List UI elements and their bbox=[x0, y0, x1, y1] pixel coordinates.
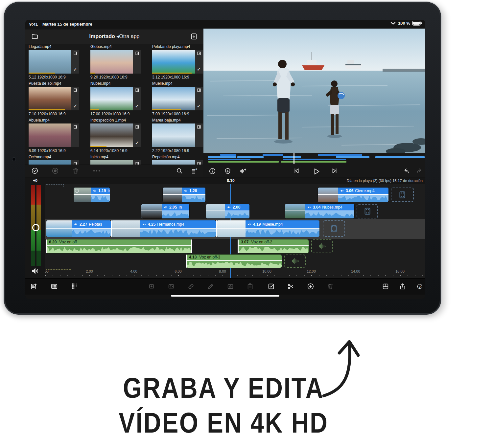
clip-thumbnail[interactable] bbox=[152, 123, 203, 147]
speaker-clip-icon[interactable] bbox=[93, 189, 97, 193]
clip-thumbnail[interactable] bbox=[152, 160, 203, 165]
wave-ph-icon[interactable] bbox=[291, 257, 300, 266]
trash-icon[interactable] bbox=[327, 283, 334, 290]
video-clip[interactable]: 1.19Inicio bbox=[74, 188, 110, 202]
clip-thumbnail[interactable]: ✓ bbox=[90, 123, 141, 147]
library-clip-card[interactable]: Nubes.mp4✓17.00 1920x1080 16:9 bbox=[90, 81, 149, 116]
film-badge-icon[interactable] bbox=[73, 88, 78, 92]
share-icon[interactable] bbox=[399, 283, 406, 290]
check-circle-icon[interactable] bbox=[31, 167, 38, 174]
library-title[interactable]: Importado ◂Otra app bbox=[25, 33, 203, 39]
video-clip[interactable]: 3.06Cierre.mp4 bbox=[318, 188, 388, 202]
audio-placeholder[interactable] bbox=[311, 239, 333, 253]
clip-thumbnail[interactable]: ✓ bbox=[152, 50, 203, 74]
audio-plus-icon[interactable] bbox=[240, 168, 247, 175]
search-icon[interactable] bbox=[176, 167, 183, 174]
library-clip-card[interactable]: Llegada.mp4✓5.12 1920x1080 16:9 bbox=[29, 44, 87, 79]
speaker-clip-icon[interactable] bbox=[340, 189, 344, 193]
insert-box-icon[interactable] bbox=[148, 283, 155, 290]
library-clip-card[interactable]: Muelle.mp4✓7.09 1920x1080 16:9 bbox=[152, 81, 203, 116]
add-media-icon[interactable] bbox=[30, 283, 37, 290]
film-badge-icon[interactable] bbox=[135, 125, 139, 129]
gain-knob[interactable] bbox=[32, 224, 39, 231]
settings-help-icon[interactable]: ? bbox=[416, 283, 423, 290]
film-badge-icon[interactable] bbox=[73, 51, 78, 56]
video-clip[interactable]: 4.19Muelle.mp4 bbox=[217, 220, 319, 237]
library-clip-card[interactable]: Puesta de sol.mp4✓7.10 1920x1080 16:9 bbox=[29, 81, 87, 116]
speaker-clip-icon[interactable] bbox=[227, 205, 231, 209]
video-preview[interactable] bbox=[203, 29, 425, 153]
film-ph-icon[interactable] bbox=[397, 190, 407, 200]
home-indicator[interactable] bbox=[171, 295, 279, 297]
wave-ph-icon[interactable] bbox=[317, 242, 327, 251]
library-clip-card[interactable]: Globos.mp49.20 1920x1080 16:9 bbox=[90, 44, 149, 79]
speaker-clip-icon[interactable] bbox=[247, 222, 251, 226]
import-icon[interactable] bbox=[190, 33, 198, 40]
record-icon[interactable] bbox=[52, 167, 59, 174]
timeline-minimap[interactable] bbox=[203, 153, 425, 165]
trash-icon[interactable] bbox=[72, 167, 79, 174]
clip-thumbnail[interactable]: ✓ bbox=[29, 87, 79, 110]
library-clip-card[interactable]: Abuela.mp46.09 1920x1080 16:9 bbox=[29, 118, 87, 153]
film-badge-icon[interactable] bbox=[73, 125, 78, 129]
video-clip[interactable]: 3.04Nubes.mp4 bbox=[285, 204, 354, 218]
clipboard-icon[interactable] bbox=[246, 283, 254, 290]
film-badge-icon[interactable] bbox=[197, 162, 201, 165]
checkbox-icon[interactable] bbox=[268, 283, 275, 290]
film-ph-icon[interactable] bbox=[329, 224, 339, 234]
library-clip-card[interactable]: Inicio.mp4 bbox=[90, 155, 149, 165]
skip-forward-icon[interactable] bbox=[331, 167, 338, 174]
clip-thumbnail[interactable] bbox=[29, 123, 79, 147]
timeline-tracks[interactable]: 0.002.004.006.008.0010.0012.0014.0016.00… bbox=[45, 184, 425, 279]
video-clip[interactable]: 2.27Pelotas bbox=[46, 220, 111, 237]
film-ph-icon[interactable] bbox=[363, 206, 372, 216]
plus-circle-icon[interactable] bbox=[307, 283, 314, 290]
library-clip-card[interactable]: Océano.mp4 bbox=[29, 155, 87, 165]
redo-icon[interactable] bbox=[416, 168, 423, 175]
undo-icon[interactable] bbox=[403, 168, 410, 175]
clip-thumbnail[interactable]: ✓ bbox=[29, 50, 79, 74]
audio-clip[interactable]: 6.20Voz en off bbox=[46, 239, 192, 253]
clip-thumbnail[interactable] bbox=[29, 160, 79, 165]
video-placeholder[interactable] bbox=[391, 188, 414, 202]
speaker-clip-icon[interactable] bbox=[184, 189, 188, 193]
time-ruler[interactable]: 0.002.004.006.008.0010.0012.0014.0016.00 bbox=[45, 269, 425, 279]
clip-thumbnail[interactable] bbox=[90, 160, 141, 165]
library-clip-card[interactable]: Marea baja.mp42.22 1920x1080 16:9 bbox=[152, 118, 203, 153]
scissors-icon[interactable] bbox=[287, 283, 294, 290]
effects-star-icon[interactable] bbox=[227, 283, 234, 290]
info-circle-icon[interactable] bbox=[209, 168, 216, 175]
transition-icon[interactable] bbox=[168, 283, 175, 290]
video-clip[interactable]: 2.00 bbox=[206, 204, 249, 218]
film-badge-icon[interactable] bbox=[73, 162, 78, 165]
clip-details-icon[interactable] bbox=[51, 283, 58, 290]
play-icon[interactable] bbox=[312, 167, 320, 176]
video-placeholder[interactable] bbox=[323, 220, 345, 237]
speaker-clip-icon[interactable] bbox=[164, 205, 168, 209]
film-badge-icon[interactable] bbox=[197, 51, 201, 56]
audio-placeholder[interactable] bbox=[284, 255, 306, 268]
audio-clip[interactable]: 3.07Voz en off-2 bbox=[238, 239, 309, 253]
speaker-clip-icon[interactable] bbox=[74, 222, 78, 226]
film-badge-icon[interactable] bbox=[197, 88, 201, 92]
layout-icon[interactable] bbox=[382, 283, 389, 290]
clip-thumbnail[interactable] bbox=[90, 50, 141, 74]
library-clip-card[interactable]: Introspección 1.mp4✓6.14 1920x1080 16:9 bbox=[90, 118, 149, 153]
shield-plus-icon[interactable] bbox=[224, 168, 231, 175]
library-clip-card[interactable]: Pelotas de playa.mp4✓3.12 1920x1080 16:9 bbox=[152, 44, 203, 79]
film-badge-icon[interactable] bbox=[135, 88, 139, 92]
speaker-icon[interactable] bbox=[31, 267, 39, 275]
skip-back-icon[interactable] bbox=[293, 167, 300, 174]
minimap-playhead[interactable] bbox=[293, 153, 294, 164]
pencil-icon[interactable] bbox=[207, 283, 214, 290]
clip-thumbnail[interactable]: ✓ bbox=[152, 87, 203, 110]
film-badge-icon[interactable] bbox=[197, 125, 201, 129]
clip-thumbnail[interactable]: ✓ bbox=[90, 87, 141, 110]
video-clip[interactable]: 4.25Hermanos.mp4 bbox=[111, 220, 216, 237]
video-placeholder[interactable] bbox=[357, 204, 378, 218]
link-icon[interactable] bbox=[187, 283, 195, 290]
library-clip-card[interactable]: Repetición.mp4 bbox=[152, 155, 203, 165]
track-headers-icon[interactable] bbox=[71, 283, 78, 290]
video-clip[interactable]: 2.05In bbox=[141, 204, 189, 218]
more-dots-icon[interactable] bbox=[92, 167, 101, 174]
